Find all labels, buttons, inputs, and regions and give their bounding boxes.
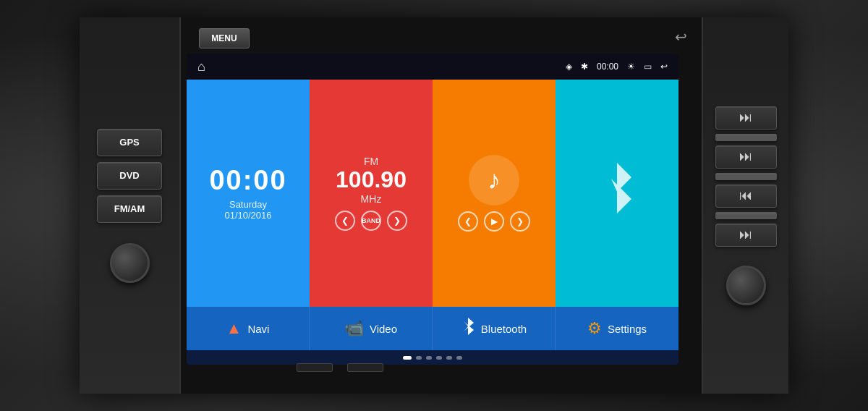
- bluetooth-icon: [595, 159, 639, 227]
- left-knob[interactable]: [110, 243, 150, 283]
- navi-label: Navi: [247, 323, 269, 335]
- dot-5[interactable]: [446, 356, 452, 360]
- separator-2: [715, 173, 777, 180]
- clock-time: 00:00: [209, 166, 286, 196]
- dot-6[interactable]: [456, 356, 462, 360]
- head-unit: MENU ↩ GPS DVD FM/AM ⌂ ◈ ✱: [80, 17, 788, 394]
- bluetooth-bottom-label: Bluetooth: [481, 323, 527, 335]
- right-panel: ⏭ ⏭ ⏮ ⏭: [702, 17, 788, 394]
- skip-forward-button[interactable]: ⏭: [715, 145, 777, 169]
- separator-3: [715, 212, 777, 219]
- music-icon: ♪: [469, 155, 519, 206]
- status-left: ⌂: [197, 59, 205, 75]
- radio-controls: ❮ BAND ❯: [335, 211, 407, 231]
- screen-inner: ⌂ ◈ ✱ 00:00 ☀ ▭ ↩ 00:00: [187, 54, 678, 365]
- radio-unit: MHz: [361, 193, 382, 205]
- music-prev-button[interactable]: ❮: [458, 211, 478, 232]
- status-right: ◈ ✱ 00:00 ☀ ▭ ↩: [566, 62, 668, 72]
- main-grid: 00:00 Saturday 01/10/2016 FM 100.90 MHz …: [187, 80, 678, 307]
- bluetooth-bottom-icon: [461, 317, 475, 340]
- back-icon[interactable]: ↩: [675, 28, 687, 46]
- settings-icon: ⚙: [587, 319, 602, 338]
- music-next-button[interactable]: ❯: [510, 211, 530, 232]
- left-panel: GPS DVD FM/AM: [80, 17, 181, 394]
- bluetooth-status-icon: ✱: [581, 62, 588, 72]
- dvd-button[interactable]: DVD: [97, 162, 162, 190]
- video-label: Video: [370, 323, 397, 335]
- car-unit: MENU ↩ GPS DVD FM/AM ⌂ ◈ ✱: [0, 0, 868, 411]
- status-bar: ⌂ ◈ ✱ 00:00 ☀ ▭ ↩: [187, 54, 678, 80]
- navi-icon: ▲: [226, 319, 242, 338]
- usb-ports: [297, 363, 383, 372]
- dot-4[interactable]: [436, 356, 442, 360]
- music-play-button[interactable]: ▶: [484, 211, 504, 232]
- radio-tile[interactable]: FM 100.90 MHz ❮ BAND ❯: [310, 80, 433, 307]
- bluetooth-tile[interactable]: [556, 80, 678, 307]
- page-dots: [187, 350, 678, 365]
- dot-2[interactable]: [416, 356, 422, 360]
- bottom-row: ▲ Navi 📹 Video Bluetooth: [187, 307, 678, 350]
- video-tile[interactable]: 📹 Video: [310, 307, 433, 350]
- settings-tile[interactable]: ⚙ Settings: [556, 307, 678, 350]
- brightness-icon: ☀: [627, 62, 635, 72]
- music-controls: ❮ ▶ ❯: [458, 211, 530, 232]
- screen: ⌂ ◈ ✱ 00:00 ☀ ▭ ↩ 00:00: [187, 54, 678, 365]
- menu-button[interactable]: MENU: [199, 28, 250, 48]
- radio-prev-button[interactable]: ❮: [335, 211, 355, 231]
- video-icon: 📹: [344, 319, 364, 338]
- navi-tile[interactable]: ▲ Navi: [187, 307, 310, 350]
- status-time: 00:00: [597, 62, 618, 72]
- fmam-button[interactable]: FM/AM: [97, 195, 162, 223]
- location-icon: ◈: [566, 62, 572, 72]
- bluetooth-bottom-tile[interactable]: Bluetooth: [433, 307, 556, 350]
- svg-marker-1: [464, 318, 474, 335]
- back-status-icon[interactable]: ↩: [660, 62, 668, 72]
- dot-1[interactable]: [403, 356, 412, 360]
- gps-button[interactable]: GPS: [97, 129, 162, 156]
- svg-marker-0: [606, 163, 631, 213]
- play-pause-button[interactable]: ⏭: [715, 106, 777, 130]
- next-button[interactable]: ⏭: [715, 224, 777, 247]
- radio-frequency: 100.90: [336, 167, 407, 192]
- radio-label: FM: [364, 156, 378, 167]
- usb-port-2[interactable]: [347, 363, 383, 372]
- radio-band-button[interactable]: BAND: [361, 211, 381, 231]
- right-knob[interactable]: [726, 266, 766, 305]
- clock-date: Saturday 01/10/2016: [224, 199, 271, 221]
- dot-3[interactable]: [426, 356, 432, 360]
- separator-1: [715, 134, 777, 141]
- battery-icon: ▭: [644, 62, 652, 72]
- radio-next-button[interactable]: ❯: [387, 211, 407, 231]
- settings-label: Settings: [608, 323, 647, 335]
- clock-tile[interactable]: 00:00 Saturday 01/10/2016: [187, 80, 310, 307]
- usb-port-1[interactable]: [297, 363, 333, 372]
- skip-back-button[interactable]: ⏮: [715, 185, 777, 208]
- music-tile[interactable]: ♪ ❮ ▶ ❯: [433, 80, 556, 307]
- home-icon[interactable]: ⌂: [197, 59, 205, 75]
